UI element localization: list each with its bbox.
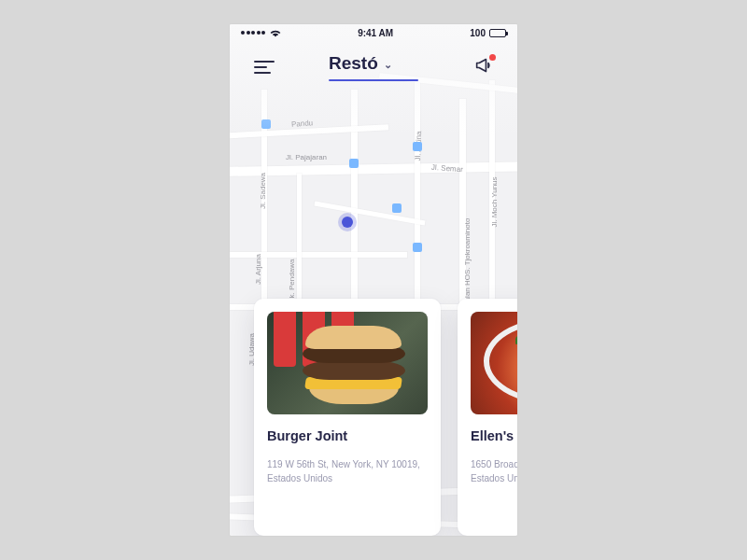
notification-dot xyxy=(489,54,496,61)
page-title: Restó xyxy=(329,53,378,74)
current-location-dot xyxy=(342,217,353,228)
restaurant-name: Ellen's Stardust Dinner xyxy=(471,427,517,444)
map-poi-icon xyxy=(413,142,422,151)
map-poi-icon xyxy=(349,159,359,168)
phone-frame: Jl. Pajajaran Jl. Astina Jl. Semar Jl. S… xyxy=(230,24,517,536)
announcements-button[interactable] xyxy=(474,57,493,77)
menu-button[interactable] xyxy=(254,57,275,77)
wifi-icon xyxy=(270,29,281,39)
restaurant-photo xyxy=(267,312,428,414)
status-time: 9:41 AM xyxy=(358,28,393,38)
title-underline xyxy=(329,79,418,81)
battery-percentage: 100 xyxy=(470,28,486,38)
restaurant-card[interactable]: Burger Joint 119 W 56th St, New York, NY… xyxy=(254,299,441,536)
map-poi-icon xyxy=(413,243,422,252)
street-label: Jl. Arjuna xyxy=(254,254,262,285)
street-label: Jalan HOS. Tjokroaminoto xyxy=(463,218,472,306)
street-label: Jl. Pajajaran xyxy=(286,153,327,161)
app-header: Restó ⌄ xyxy=(230,41,517,93)
restaurant-photo xyxy=(471,312,517,414)
restaurant-address: 119 W 56th St, New York, NY 10019, Estad… xyxy=(267,457,428,485)
restaurant-card-carousel[interactable]: Burger Joint 119 W 56th St, New York, NY… xyxy=(230,299,517,536)
signal-icon xyxy=(241,31,265,35)
status-bar: 9:41 AM 100 xyxy=(230,24,517,41)
restaurant-name: Burger Joint xyxy=(267,427,428,444)
category-dropdown[interactable]: Restó ⌄ xyxy=(329,53,418,81)
battery-icon xyxy=(489,29,506,37)
restaurant-address: 1650 Broadway, New York, NY 10019, Estad… xyxy=(471,457,517,485)
street-label: Jk. Pendawa xyxy=(288,259,296,302)
street-label: Jl. Sadewa xyxy=(259,173,267,209)
map-poi-icon xyxy=(392,203,402,213)
restaurant-card[interactable]: Ellen's Stardust Dinner 1650 Broadway, N… xyxy=(458,299,517,536)
street-label: Jl. Moch Yunus xyxy=(490,176,499,227)
chevron-down-icon: ⌄ xyxy=(384,59,392,71)
